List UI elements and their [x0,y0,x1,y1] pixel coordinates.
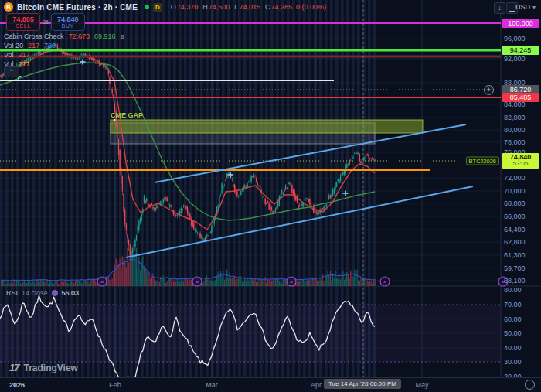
time-tick-label: Apr [311,381,322,389]
legend-value: 217 [19,51,30,59]
tradingview-watermark[interactable]: 17 TradingView [9,362,78,373]
rsi-tick-label: 80.00 [504,286,522,294]
buy-button[interactable]: 74,840 BUY [51,13,85,31]
price-level-badge[interactable]: 85,485 [502,93,539,102]
bitcoin-icon: B [4,2,13,12]
change-value: 0 (0.00%) [296,3,326,11]
legend-row[interactable]: Cabin Cross Check72,67369,916ø [4,32,124,41]
price-tick-label: 72,000 [504,174,526,182]
price-tick-label: 70,000 [504,187,526,195]
rsi-tick-label: 50.00 [504,329,522,337]
currency-label: USD [515,3,530,11]
svg-text:»: » [196,278,199,285]
rsi-tick-label: 30.00 [504,358,522,366]
ohlc-item: O74,370 [171,3,199,11]
legend-value: 217 [28,42,39,49]
legend-row[interactable]: Vol217 [4,50,124,60]
time-tick-label: Feb [109,381,121,389]
contract-symbol-tag[interactable]: BTCJ2026 [466,157,499,165]
buy-price: 74,840 [52,15,84,23]
rsi-tick-label: 70.00 [504,301,522,308]
ohlc-item: C74,285 [265,3,292,11]
rsi-title: RSI [6,289,18,297]
legend-row[interactable]: Vol217 [4,60,124,69]
spread-value: 35 [43,19,49,25]
indicator-legend: Cabin Cross Check72,67369,916øVol 202177… [4,32,124,69]
price-tick-label: 64,400 [504,226,526,233]
price-tick-label: 68,000 [504,199,526,207]
rsi-band-zone [0,305,501,362]
legend-value: 72,673 [69,32,90,40]
svg-text:»: » [290,278,294,285]
legend-row[interactable]: Vol 20217780 [4,41,124,50]
price-tick-label: 61,300 [504,251,526,259]
price-tick-label: 78,000 [504,138,526,146]
timezone-clock-icon[interactable] [525,380,535,390]
price-tick-label: 58,100 [504,277,526,285]
price-tick-label: 82,000 [504,114,526,121]
time-tick-label: Mar [206,381,218,389]
scroll-down-icon[interactable]: ↓ [494,2,505,14]
price-tick-label: 59,700 [504,264,526,272]
collapse-legend-button[interactable]: ^ [4,66,19,77]
rsi-value: 56.03 [62,289,80,297]
legend-label: Vol 20 [4,42,23,49]
price-tick-label: 62,800 [504,238,526,246]
tradingview-logo-text: TradingView [23,363,77,373]
price-tick-label: 66,000 [504,213,526,220]
legend-value: 780 [44,42,56,49]
market-status-dot[interactable] [145,5,149,9]
tradingview-logo-icon: 17 [9,362,19,373]
chart-legend-header[interactable]: B Bitcoin CME Futures · 2h · CME D O74,3… [4,2,326,12]
price-tick-label: 92,000 [504,55,526,63]
legend-value: ø [121,32,125,40]
price-tick-label: 80,000 [504,126,526,134]
time-axis-year: 2026 [9,381,25,389]
price-tick-label: 96,000 [504,35,526,43]
legend-label: Cabin Cross Check [4,32,64,40]
time-axis[interactable] [0,377,541,392]
buy-label: BUY [52,23,84,29]
sell-price: 74,805 [7,15,39,23]
price-level-badge[interactable]: 94,245 [502,46,539,55]
maximize-glyph [509,5,515,12]
rsi-tick-label: 40.00 [504,344,522,352]
bar-countdown: 53:05 [502,162,539,168]
sell-label: SELL [7,23,39,29]
last-price-badge[interactable]: 74,84053:05 [502,153,539,169]
ohlc-item: L74,015 [234,3,260,11]
rsi-tick-label: 60.00 [504,315,522,323]
ohlc-item: H74,500 [202,3,230,11]
delayed-data-badge[interactable]: D [153,3,162,12]
svg-text:»: » [383,278,387,285]
tradingview-chart-window: »»»»» B Bitcoin CME Futures · 2h · CME D… [0,0,541,392]
svg-text:»: » [100,278,104,285]
symbol-title[interactable]: Bitcoin CME Futures · 2h · CME [17,3,138,12]
ohlc-values: O74,370H74,500L74,015C74,285 [171,3,292,11]
cme-gap-label[interactable]: CME GAP [111,111,143,119]
alert-plus-icon[interactable]: + [484,85,494,95]
crosshair-time-badge: Tue 14 Apr '26 06:00 PM [324,379,401,389]
chevron-down-icon: ▾ [532,4,536,11]
time-tick-label: May [415,381,428,389]
trade-panel: 74,805 SELL 35 74,840 BUY [6,13,85,31]
price-level-badge[interactable]: 100,000 [502,19,539,28]
rsi-source-icon [52,290,58,296]
legend-value: 217 [19,60,30,68]
sell-button[interactable]: 74,805 SELL [6,13,40,31]
rsi-pane-header[interactable]: RSI 14 close 56.03 [6,289,79,297]
currency-dropdown[interactable]: USD▾ [515,3,536,11]
rsi-params: 14 close [22,289,48,297]
legend-value: 69,916 [94,32,116,40]
legend-label: Vol [4,51,14,59]
